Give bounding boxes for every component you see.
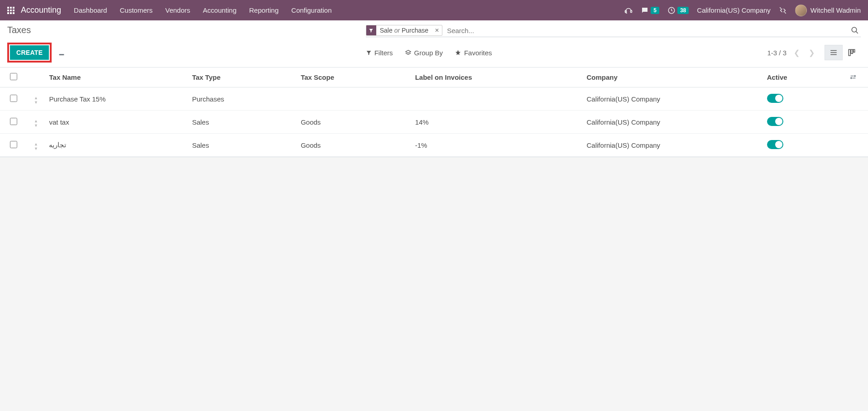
row-checkbox[interactable]	[10, 141, 17, 148]
svg-rect-4	[830, 50, 837, 51]
cell-tax-type: Sales	[187, 111, 296, 134]
menu-reporting[interactable]: Reporting	[249, 6, 278, 14]
pager-prev-icon[interactable]: ❮	[792, 47, 801, 59]
table-row[interactable]: ▲▼ Purchase Tax 15% Purchases California…	[0, 87, 868, 111]
import-icon[interactable]	[58, 49, 65, 56]
search-input[interactable]	[445, 26, 849, 35]
avatar	[795, 5, 807, 16]
col-label-inv[interactable]: Label on Invoices	[411, 68, 582, 87]
svg-rect-7	[849, 49, 850, 56]
apps-icon[interactable]	[7, 7, 14, 14]
voip-icon[interactable]	[624, 6, 633, 15]
search-bar: Sale or Purchase ✕	[366, 25, 861, 37]
user-menu[interactable]: Witchell Wadmin	[795, 5, 861, 16]
menu-customers[interactable]: Customers	[120, 6, 153, 14]
create-button[interactable]: CREATE	[10, 45, 49, 60]
svg-point-10	[854, 75, 856, 77]
col-active[interactable]: Active	[765, 68, 845, 87]
drag-handle-icon[interactable]: ▲▼	[34, 119, 38, 128]
svg-rect-5	[830, 52, 837, 53]
activities-icon[interactable]: 38	[667, 6, 689, 15]
row-checkbox[interactable]	[10, 95, 17, 102]
breadcrumb: Taxes	[7, 25, 31, 35]
cell-tax-scope: Goods	[296, 134, 411, 157]
top-nav: Accounting Dashboard Customers Vendors A…	[0, 0, 868, 20]
cell-label	[411, 87, 582, 111]
cell-label: 14%	[411, 111, 582, 134]
active-toggle[interactable]	[767, 117, 783, 126]
cell-company: California(US) Company	[582, 134, 765, 157]
main-menu: Dashboard Customers Vendors Accounting R…	[74, 6, 331, 14]
cell-tax-name: vat tax	[44, 111, 187, 134]
pager: 1-3 / 3 ❮ ❯	[767, 47, 816, 59]
cell-tax-type: Purchases	[187, 87, 296, 111]
taxes-table: Tax Name Tax Type Tax Scope Label on Inv…	[0, 68, 868, 157]
highlight-box: CREATE	[7, 43, 52, 63]
list-view-button[interactable]	[825, 45, 843, 60]
messages-icon[interactable]: 5	[641, 6, 659, 15]
search-options: Filters Group By Favorites	[366, 49, 492, 57]
groupby-button[interactable]: Group By	[405, 49, 443, 57]
col-tax-scope[interactable]: Tax Scope	[296, 68, 411, 87]
nav-right: 5 38 California(US) Company Witchell Wad…	[624, 5, 861, 16]
menu-configuration[interactable]: Configuration	[291, 6, 331, 14]
activities-badge: 38	[677, 7, 689, 14]
search-icon[interactable]	[849, 26, 861, 34]
cell-tax-type: Sales	[187, 134, 296, 157]
menu-vendors[interactable]: Vendors	[165, 6, 190, 14]
table-row[interactable]: ▲▼ vat tax Sales Goods 14% California(US…	[0, 111, 868, 134]
company-switcher[interactable]: California(US) Company	[697, 6, 771, 14]
optional-columns-icon[interactable]	[845, 68, 868, 87]
view-switcher	[825, 45, 861, 60]
col-tax-name[interactable]: Tax Name	[44, 68, 187, 87]
svg-rect-6	[830, 54, 837, 55]
col-company[interactable]: Company	[582, 68, 765, 87]
svg-rect-9	[854, 49, 855, 52]
remove-facet-icon[interactable]: ✕	[432, 27, 442, 34]
pager-next-icon[interactable]: ❯	[807, 47, 816, 59]
filter-icon	[366, 25, 376, 35]
pager-range[interactable]: 1-3 / 3	[767, 49, 786, 57]
facet-text: Sale or Purchase	[376, 27, 432, 34]
row-checkbox[interactable]	[10, 118, 17, 125]
drag-handle-icon[interactable]: ▲▼	[34, 96, 38, 105]
cell-company: California(US) Company	[582, 111, 765, 134]
favorites-button[interactable]: Favorites	[455, 49, 492, 57]
table-header-row: Tax Name Tax Type Tax Scope Label on Inv…	[0, 68, 868, 87]
active-toggle[interactable]	[767, 140, 783, 149]
developer-tools-icon[interactable]	[779, 6, 787, 15]
table-row[interactable]: ▲▼ تجاريه Sales Goods -1% California(US)…	[0, 134, 868, 157]
cell-label: -1%	[411, 134, 582, 157]
cell-tax-scope	[296, 87, 411, 111]
filters-button[interactable]: Filters	[366, 49, 393, 57]
cell-tax-name: Purchase Tax 15%	[44, 87, 187, 111]
search-facet: Sale or Purchase ✕	[366, 25, 442, 36]
cell-company: California(US) Company	[582, 87, 765, 111]
kanban-view-button[interactable]	[843, 45, 861, 60]
user-name: Witchell Wadmin	[810, 6, 861, 14]
menu-accounting[interactable]: Accounting	[203, 6, 236, 14]
drag-handle-icon[interactable]: ▲▼	[34, 142, 38, 151]
svg-rect-8	[851, 49, 853, 53]
svg-point-3	[852, 27, 857, 32]
cell-tax-scope: Goods	[296, 111, 411, 134]
cell-tax-name: تجاريه	[44, 134, 187, 157]
control-panel: Taxes Sale or Purchase ✕ CREATE	[0, 20, 868, 68]
menu-dashboard[interactable]: Dashboard	[74, 6, 107, 14]
app-title[interactable]: Accounting	[21, 5, 61, 15]
select-all-checkbox[interactable]	[10, 73, 17, 80]
svg-rect-1	[631, 10, 632, 13]
messages-badge: 5	[651, 7, 659, 14]
col-tax-type[interactable]: Tax Type	[187, 68, 296, 87]
active-toggle[interactable]	[767, 94, 783, 103]
svg-point-11	[851, 77, 852, 79]
